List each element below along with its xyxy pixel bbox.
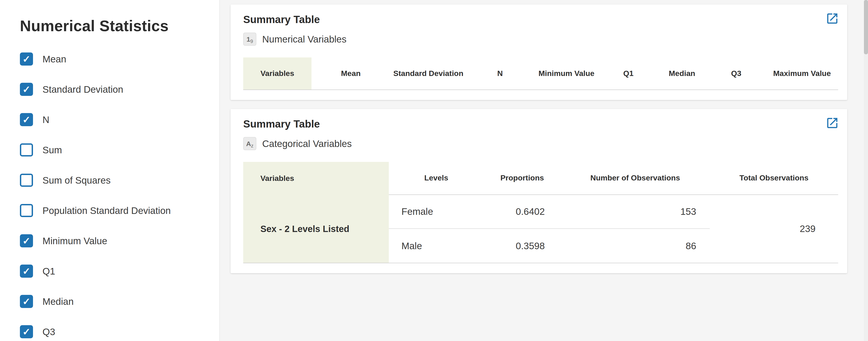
column-header-maximum-value: Maximum Value: [766, 57, 838, 90]
statistics-options-sidebar: Numerical Statistics Mean Standard Devia…: [0, 0, 220, 341]
categorical-summary-card: Summary Table Az Categorical Variables V…: [230, 109, 847, 273]
checkbox-label-minimum-value: Minimum Value: [42, 236, 107, 246]
sidebar-item-q1[interactable]: Q1: [0, 256, 219, 286]
sidebar-item-standard-deviation[interactable]: Standard Deviation: [0, 74, 219, 104]
column-header-proportions: Proportions: [484, 162, 561, 195]
categorical-summary-table: Variables Levels Proportions Number of O…: [243, 162, 838, 263]
checkbox-label-mean: Mean: [42, 54, 66, 64]
column-header-total-observations: Total Observations: [710, 162, 838, 195]
observations-cell-male: 86: [561, 229, 710, 263]
sidebar-item-minimum-value[interactable]: Minimum Value: [0, 226, 219, 256]
column-header-number-of-observations: Number of Observations: [561, 162, 710, 195]
checkbox-population-standard-deviation[interactable]: [20, 204, 33, 217]
checkbox-sum-of-squares[interactable]: [20, 174, 33, 187]
card-title: Summary Table: [243, 118, 838, 130]
column-header-median: Median: [657, 57, 707, 90]
sidebar-item-q3[interactable]: Q3: [0, 317, 219, 341]
sidebar-item-sum-of-squares[interactable]: Sum of Squares: [0, 165, 219, 195]
card-subtitle: Numerical Variables: [262, 34, 346, 44]
observations-cell-female: 153: [561, 195, 710, 229]
open-in-new-icon[interactable]: [826, 116, 839, 130]
numerical-summary-table: Variables Mean Standard Deviation N Mini…: [243, 57, 838, 90]
card-title: Summary Table: [243, 13, 838, 26]
vertical-scrollbar-track[interactable]: [864, 0, 868, 341]
checkbox-label-sum: Sum: [42, 145, 62, 155]
checkbox-sum[interactable]: [20, 143, 33, 156]
vertical-scrollbar-thumb[interactable]: [864, 0, 868, 54]
column-header-variables: Variables: [243, 57, 311, 90]
level-cell-male: Male: [389, 229, 484, 263]
open-in-new-icon[interactable]: [826, 12, 839, 25]
checkbox-label-median: Median: [42, 296, 74, 307]
card-subtitle-row: 19 Numerical Variables: [243, 33, 838, 46]
checkbox-minimum-value[interactable]: [20, 234, 33, 247]
checkbox-label-q1: Q1: [42, 266, 55, 277]
level-cell-female: Female: [389, 195, 484, 229]
checkbox-mean[interactable]: [20, 53, 33, 66]
checkbox-label-sum-of-squares: Sum of Squares: [42, 175, 111, 186]
app-window: Numerical Statistics Mean Standard Devia…: [0, 0, 868, 341]
checkbox-median[interactable]: [20, 295, 33, 308]
sidebar-item-mean[interactable]: Mean: [0, 44, 219, 74]
column-header-levels: Levels: [389, 162, 484, 195]
proportion-cell-female: 0.6402: [484, 195, 561, 229]
sidebar-item-n[interactable]: N: [0, 104, 219, 135]
proportion-cell-male: 0.3598: [484, 229, 561, 263]
numerical-summary-card: Summary Table 19 Numerical Variables Var…: [230, 4, 847, 100]
sidebar-item-median[interactable]: Median: [0, 286, 219, 317]
column-header-standard-deviation: Standard Deviation: [390, 57, 467, 90]
column-header-variables: Variables: [243, 162, 389, 195]
sidebar-item-population-standard-deviation[interactable]: Population Standard Deviation: [0, 195, 219, 226]
checkbox-label-population-standard-deviation: Population Standard Deviation: [42, 205, 170, 216]
card-subtitle: Categorical Variables: [262, 138, 352, 149]
checkbox-label-standard-deviation: Standard Deviation: [42, 84, 123, 95]
column-header-n: N: [467, 57, 533, 90]
categorical-variables-icon: Az: [243, 137, 256, 150]
sidebar-title: Numerical Statistics: [20, 17, 219, 35]
column-header-minimum-value: Minimum Value: [533, 57, 599, 90]
total-observations-cell: 239: [710, 195, 838, 263]
column-header-q1: Q1: [599, 57, 657, 90]
checkbox-q3[interactable]: [20, 325, 33, 338]
sidebar-item-sum[interactable]: Sum: [0, 135, 219, 165]
checkbox-label-q3: Q3: [42, 326, 55, 337]
results-panel: Summary Table 19 Numerical Variables Var…: [220, 0, 868, 341]
column-header-mean: Mean: [311, 57, 390, 90]
checkbox-q1[interactable]: [20, 265, 33, 278]
column-header-q3: Q3: [707, 57, 766, 90]
checkbox-standard-deviation[interactable]: [20, 83, 33, 96]
checkbox-label-n: N: [42, 114, 49, 125]
checkbox-n[interactable]: [20, 113, 33, 126]
card-subtitle-row: Az Categorical Variables: [243, 137, 838, 150]
variable-name-cell: Sex - 2 Levels Listed: [243, 195, 389, 263]
numerical-variables-icon: 19: [243, 33, 256, 46]
